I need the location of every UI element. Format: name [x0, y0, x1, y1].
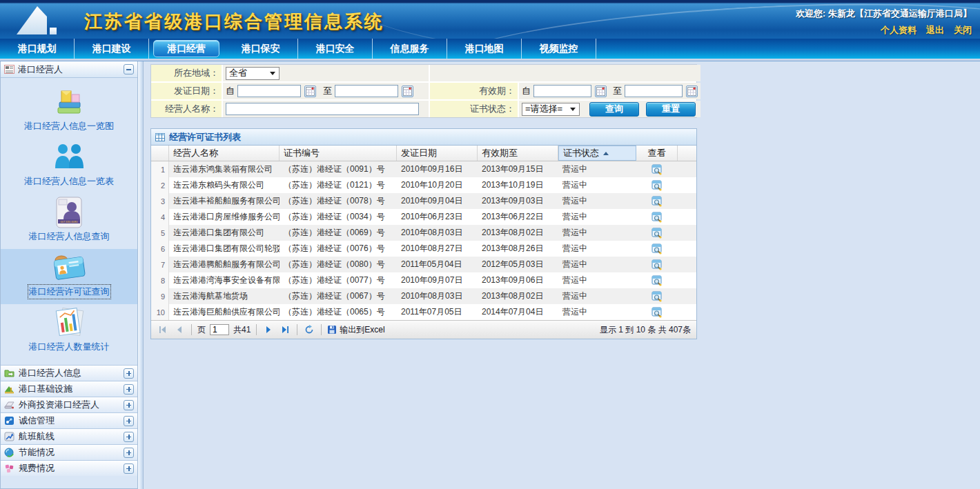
sidebar-panel-port-operators[interactable]: 港口经营人 — [1, 61, 137, 78]
reset-button[interactable]: 重置 — [646, 102, 696, 117]
expand-button[interactable] — [124, 368, 134, 379]
picture-icon — [4, 65, 14, 74]
issue-date-to-input[interactable] — [335, 85, 398, 97]
expand-button[interactable] — [124, 384, 134, 395]
valid-until-cell: 2013年09月06日 — [478, 272, 558, 288]
table-row[interactable]: 4 连云港港口房屋维修服务公司 （苏连）港经证（0034）号 2010年06月2… — [151, 209, 696, 225]
expand-button[interactable] — [124, 463, 134, 474]
valid-until-cell: 2013年06月22日 — [478, 209, 558, 225]
sidebar-panel-flight-routes[interactable]: 航班航线 — [1, 428, 137, 444]
valid-until-cell: 2013年08月26日 — [478, 241, 558, 257]
table-row[interactable]: 10 连云港海巨船舶供应有限公司 （苏连）港经证（0065）号 2011年07月… — [151, 304, 696, 320]
col-valid-until[interactable]: 有效期至 — [478, 146, 558, 161]
region-select[interactable]: 全省 — [226, 67, 280, 80]
operator-name-cell: 连云港港腾船舶服务有限公司 — [169, 257, 280, 272]
view-button[interactable] — [636, 304, 678, 320]
issue-date-label: 发证日期： — [151, 83, 222, 99]
view-button[interactable] — [636, 257, 678, 272]
view-button[interactable] — [636, 209, 678, 225]
sidebar-panel-energy-saving[interactable]: 节能情况 — [1, 444, 137, 460]
main-nav: 港口规划 港口建设 港口经营 港口保安 港口安全 信息服务 港口地图 视频监控 — [0, 39, 980, 59]
row-number: 4 — [151, 209, 169, 225]
sidebar-item-operator-count-stats[interactable]: 港口经营人数量统计 — [1, 304, 137, 359]
table-row[interactable]: 7 连云港港腾船舶服务有限公司 （苏连）港经证（0080）号 2011年05月0… — [151, 257, 696, 272]
cert-no-cell: （苏连）港经证（0080）号 — [280, 257, 397, 272]
save-icon — [327, 325, 337, 335]
tab-info-service[interactable]: 信息服务 — [373, 39, 447, 59]
calendar-icon[interactable] — [686, 86, 698, 97]
sidebar-item-license-query[interactable]: 港口经营许可证查询 — [1, 249, 137, 304]
view-button[interactable] — [636, 225, 678, 241]
view-button[interactable] — [636, 272, 678, 288]
operator-name-input[interactable] — [226, 103, 419, 115]
tab-port-safety[interactable]: 港口安全 — [298, 39, 373, 59]
valid-until-cell: 2013年08月02日 — [478, 225, 558, 241]
expand-button[interactable] — [124, 416, 134, 426]
view-button[interactable] — [636, 161, 678, 177]
tab-port-map[interactable]: 港口地图 — [447, 39, 522, 59]
prev-page-button[interactable] — [173, 323, 186, 336]
sidebar-panel-foreign-investors[interactable]: 外商投资港口经营人 — [1, 397, 137, 412]
logout-link[interactable]: 退出 — [926, 24, 944, 37]
calendar-icon[interactable] — [304, 86, 316, 97]
col-cert-no[interactable]: 证书编号 — [280, 146, 397, 161]
folder-icon — [4, 368, 14, 378]
table-header: 经营人名称 证书编号 发证日期 有效期至 证书状态 查看 — [151, 146, 696, 161]
row-number: 5 — [151, 225, 169, 241]
table-row[interactable]: 9 连云港海航基地货场 （苏连）港经证（0067）号 2010年08月03日 2… — [151, 288, 696, 304]
tab-port-planning[interactable]: 港口规划 — [0, 39, 75, 59]
expand-button[interactable] — [124, 432, 134, 442]
last-page-button[interactable] — [279, 323, 291, 336]
sidebar-splitter[interactable] — [138, 61, 144, 489]
table-row[interactable]: 2 连云港东粮码头有限公司 （苏连）港经证（0121）号 2010年10月20日… — [151, 177, 696, 193]
col-cert-status[interactable]: 证书状态 — [558, 146, 636, 161]
profile-link[interactable]: 个人资料 — [881, 24, 917, 37]
sidebar-item-operator-overview-chart[interactable]: 港口经营人信息一览图 — [1, 83, 137, 139]
page-number-input[interactable] — [210, 324, 229, 335]
export-excel-button[interactable]: 输出到Excel — [327, 324, 384, 336]
to-label: 至 — [323, 85, 332, 97]
table-row[interactable]: 8 连云港港湾海事安全设备有限... （苏连）港经证（0077）号 2010年0… — [151, 272, 696, 288]
tab-port-construction[interactable]: 港口建设 — [75, 39, 149, 59]
sidebar-panel-operator-info[interactable]: 港口经营人信息 — [1, 365, 137, 381]
operator-name-cell: 连云港海航基地货场 — [169, 288, 280, 304]
col-issue-date[interactable]: 发证日期 — [397, 146, 478, 161]
sidebar-panel-integrity-management[interactable]: 诚信管理 — [1, 412, 137, 428]
close-link[interactable]: 关闭 — [954, 24, 972, 37]
table-row[interactable]: 6 连云港港口集团有限公司轮驳... （苏连）港经证（0076）号 2010年0… — [151, 241, 696, 257]
view-detail-icon — [651, 196, 663, 207]
view-button[interactable] — [636, 241, 678, 257]
issue-date-from-input[interactable] — [237, 85, 301, 97]
sidebar-item-operator-overview-table[interactable]: 港口经营人信息一览表 — [1, 139, 137, 194]
expand-button[interactable] — [124, 400, 134, 410]
table-row[interactable]: 3 连云港丰裕船舶服务有限公司 （苏连）港经证（0078）号 2010年09月0… — [151, 193, 696, 209]
sidebar-panel-port-infrastructure[interactable]: 港口基础设施 — [1, 381, 137, 397]
cert-status-select[interactable]: =请选择= — [522, 103, 580, 116]
fees-icon — [4, 463, 14, 473]
sidebar-item-operator-info-query[interactable]: 007-630-6080 港口经营人信息查询 — [1, 194, 137, 249]
col-view[interactable]: 查看 — [636, 146, 678, 161]
table-row[interactable]: 1 连云港东鸿集装箱有限公司 （苏连）港经证（0091）号 2010年09月16… — [151, 161, 696, 177]
view-button[interactable] — [636, 193, 678, 209]
view-button[interactable] — [636, 177, 678, 193]
tab-video-monitor[interactable]: 视频监控 — [522, 39, 596, 59]
cert-no-cell: （苏连）港经证（0069）号 — [280, 225, 397, 241]
next-page-button[interactable] — [262, 323, 275, 336]
calendar-icon[interactable] — [595, 86, 607, 97]
refresh-icon[interactable] — [303, 323, 315, 336]
calendar-icon[interactable] — [402, 86, 413, 97]
table-row[interactable]: 5 连云港港口集团有限公司 （苏连）港经证（0069）号 2010年08月03日… — [151, 225, 696, 241]
col-operator-name[interactable]: 经营人名称 — [169, 146, 280, 161]
collapse-button[interactable] — [124, 64, 134, 74]
validity-from-input[interactable] — [533, 85, 591, 97]
first-page-button[interactable] — [157, 323, 169, 336]
from-label: 自 — [522, 85, 531, 97]
validity-to-input[interactable] — [625, 85, 683, 97]
status-cell: 营运中 — [558, 225, 636, 241]
sidebar-panel-fees[interactable]: 规费情况 — [1, 460, 137, 476]
tab-port-operation[interactable]: 港口经营 — [153, 40, 219, 57]
tab-port-security[interactable]: 港口保安 — [224, 39, 298, 59]
search-button[interactable]: 查询 — [589, 102, 639, 117]
view-button[interactable] — [636, 288, 678, 304]
expand-button[interactable] — [124, 448, 134, 458]
